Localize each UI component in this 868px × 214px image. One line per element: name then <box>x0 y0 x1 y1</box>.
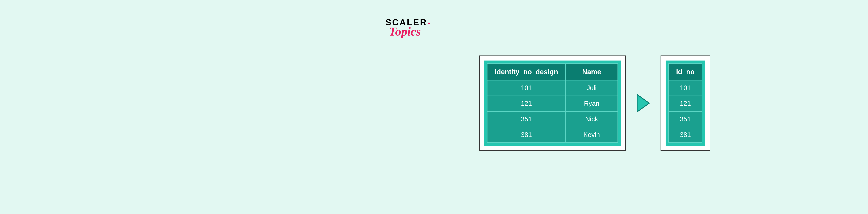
cell-identity: 121 <box>487 96 566 111</box>
table-row: 121 Ryan <box>487 96 618 111</box>
table-row: 351 Nick <box>487 111 618 127</box>
diagram-container: Identity_no_design Name 101 Juli 121 Rya… <box>479 56 710 151</box>
table-row: 381 Kevin <box>487 127 618 143</box>
result-table-inner: Id_no 101 121 351 381 <box>665 61 705 146</box>
table-row: 101 Juli <box>487 80 618 96</box>
cell-idno: 121 <box>669 96 702 111</box>
table-row: 121 <box>669 96 702 111</box>
cell-idno: 351 <box>669 111 702 127</box>
result-header-idno: Id_no <box>669 64 702 80</box>
table-row: 381 <box>669 127 702 143</box>
cell-identity: 351 <box>487 111 566 127</box>
scaler-topics-logo: SCALER Topics <box>385 17 430 38</box>
source-table-frame: Identity_no_design Name 101 Juli 121 Rya… <box>479 56 626 151</box>
table-row: 101 <box>669 80 702 96</box>
arrow-icon <box>634 93 652 114</box>
cell-idno: 101 <box>669 80 702 96</box>
cell-identity: 101 <box>487 80 566 96</box>
cell-name: Juli <box>566 80 618 96</box>
cell-idno: 381 <box>669 127 702 143</box>
source-header-name: Name <box>566 64 618 80</box>
cell-identity: 381 <box>487 127 566 143</box>
cell-name: Ryan <box>566 96 618 111</box>
result-table-frame: Id_no 101 121 351 381 <box>660 56 710 151</box>
cell-name: Nick <box>566 111 618 127</box>
logo-dot-icon <box>428 23 430 24</box>
source-table-inner: Identity_no_design Name 101 Juli 121 Rya… <box>484 61 621 146</box>
table-row: 351 <box>669 111 702 127</box>
source-table: Identity_no_design Name 101 Juli 121 Rya… <box>487 63 618 143</box>
result-table: Id_no 101 121 351 381 <box>669 63 703 143</box>
source-header-identity: Identity_no_design <box>487 64 566 80</box>
cell-name: Kevin <box>566 127 618 143</box>
